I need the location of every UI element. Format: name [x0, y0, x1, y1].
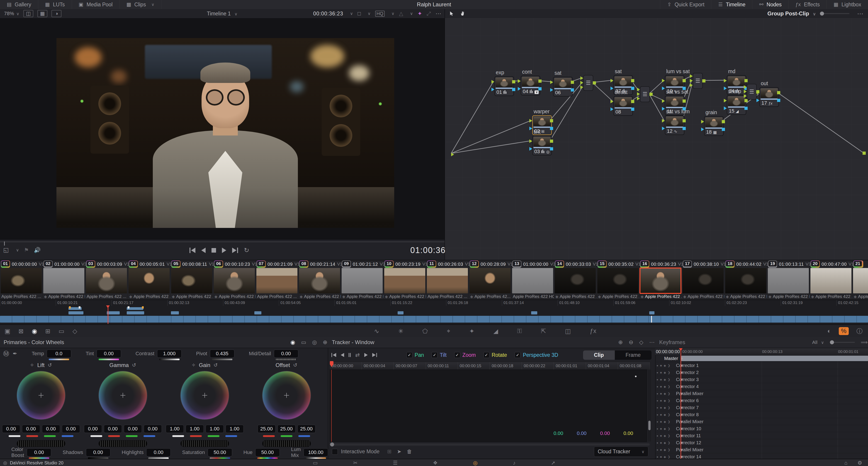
key-input-port[interactable] [492, 88, 494, 91]
wheel-value-field[interactable]: 0.00 [84, 425, 102, 433]
expand-chevron-icon[interactable]: ❯ [668, 371, 670, 374]
audio-mute-icon[interactable]: 🔊 [34, 247, 40, 253]
expand-chevron-icon[interactable]: ❯ [668, 385, 670, 388]
lock-icon[interactable]: ■ [660, 434, 662, 437]
clip-mode-button[interactable]: Clip [583, 351, 615, 360]
tracker-checkbox-perspective-3d[interactable]: ✓Perspective 3D [515, 352, 558, 358]
master-wheel[interactable] [262, 440, 311, 447]
color-wheel-disc[interactable] [262, 371, 311, 420]
track-to-end-button[interactable] [372, 353, 377, 357]
quick-export-button[interactable]: ⇪Quick Export [660, 0, 711, 9]
wheel-reset-icon[interactable]: ↺ [214, 362, 218, 368]
timeline-clip[interactable]: 1000:00:23:19V1◆Apple ProRes 422 HQ [383, 260, 426, 300]
corrector-node-03[interactable]: 03◎ [532, 136, 552, 156]
keyframe-diamond-icon[interactable]: ◆ [664, 399, 666, 402]
keyframe-diamond-icon[interactable]: ◆ [664, 441, 666, 444]
track-bidirectional-button[interactable]: ⇄ [355, 352, 360, 358]
key-icon[interactable]: ⚿ [517, 328, 522, 335]
expand-chevron-icon[interactable]: ❯ [668, 406, 670, 409]
timeline-clip[interactable]: 0500:00:08:11V1◆Apple ProRes 422 ... [170, 260, 213, 300]
split-screen-icon[interactable]: ◐ [828, 328, 831, 335]
mixer-input-port[interactable] [690, 74, 693, 78]
keyframe-track-row[interactable]: ●■◆❯Corrector 10 [655, 425, 868, 432]
key-output-port[interactable] [512, 88, 515, 91]
effects-button[interactable]: ƒxEffects [788, 0, 827, 9]
clip-thumbnail[interactable] [512, 268, 553, 293]
wheel-value-field[interactable]: 0.00 [42, 425, 60, 433]
keyframe-diamond-icon[interactable]: ◆ [664, 455, 666, 459]
lock-icon[interactable]: ■ [660, 371, 662, 374]
rgb-output-port[interactable] [777, 91, 780, 94]
enable-dot-icon[interactable]: ● [656, 434, 658, 437]
delete-point-icon[interactable]: 🗑︎ [407, 448, 412, 455]
tracker-checkbox-tilt[interactable]: ✓Tilt [432, 352, 446, 358]
node-zoom-slider[interactable] [820, 13, 849, 14]
more-options-icon[interactable]: ⋯ [435, 10, 441, 17]
param-value-field[interactable]: 0.00 [97, 350, 121, 358]
expand-chevron-icon[interactable]: ❯ [668, 378, 670, 381]
enable-dot-icon[interactable]: ● [656, 455, 658, 459]
corrector-node-08[interactable]: 08 [613, 96, 633, 116]
wheel-value-field[interactable]: 0.00 [2, 425, 20, 433]
deliver-page-button[interactable]: ➚ [551, 460, 555, 466]
key-input-port[interactable] [529, 127, 532, 130]
stabilizer-icon[interactable]: △ [399, 10, 403, 17]
wheel-value-field[interactable]: 25.00 [298, 425, 315, 433]
rgb-input-port[interactable] [611, 79, 613, 82]
clip-thumbnail[interactable] [768, 268, 809, 293]
key-input-port[interactable] [724, 106, 727, 110]
enable-dot-icon[interactable]: ● [656, 413, 658, 417]
play-reverse-button[interactable] [201, 247, 206, 253]
enable-dot-icon[interactable]: ● [656, 406, 658, 409]
lock-icon[interactable]: ■ [660, 413, 662, 417]
collapse-panel-icon[interactable]: ⟹ [861, 340, 868, 345]
timeline-clip[interactable]: 0600:00:10:23V1◆Apple ProRes 422 HQ [213, 260, 256, 300]
expand-chevron-icon[interactable]: ❯ [668, 392, 670, 395]
clip-thumbnail[interactable] [214, 268, 255, 293]
project-manager-icon[interactable]: ⌂ [844, 460, 847, 466]
timeline-clip[interactable]: 1800:00:44:02V1◆Apple ProRes 422 HQ [724, 260, 767, 300]
timeline-clip[interactable]: 0400:00:05:01V1◆Apple ProRes 422 ... [128, 260, 170, 300]
rgb-input-port[interactable] [492, 80, 494, 84]
rgb-input-port[interactable] [611, 100, 613, 103]
mixer-output-port[interactable] [649, 93, 653, 96]
keyframes-playhead[interactable] [681, 348, 681, 459]
lock-icon[interactable]: ■ [660, 420, 662, 424]
param-value-field[interactable]: 0.0 [47, 350, 71, 358]
rgb-input-port[interactable] [550, 80, 553, 84]
add-palette-icon[interactable]: ⊕ [323, 339, 327, 345]
keyframe-track-row[interactable]: ●■◆❯Parallel Mixer [655, 418, 868, 425]
expand-chevron-icon[interactable]: ❯ [668, 448, 670, 452]
color-warper-icon[interactable]: ⊞ [45, 328, 51, 335]
clip-thumbnail[interactable] [1, 268, 42, 293]
expand-chevron-icon[interactable]: ❯ [668, 364, 670, 367]
tracker-checkbox-rotate[interactable]: ✓Rotate [484, 352, 507, 358]
tracker-more-options-icon[interactable]: ⋯ [649, 339, 655, 345]
corrector-node-12[interactable]: 12∿ [665, 115, 684, 135]
timeline-minimap[interactable]: 01:00:00:0001:00:10:2101:00:21:1701:00:3… [0, 299, 868, 325]
track-pause-button[interactable] [349, 353, 351, 357]
flag-icon[interactable]: ⚑ [24, 247, 29, 253]
project-settings-gear-icon[interactable]: ⚙︎ [857, 460, 862, 466]
clip-thumbnail[interactable] [683, 268, 723, 293]
param-value-field[interactable]: 0.00 [146, 448, 171, 457]
tracker-checkbox-pan[interactable]: ✓Pan [406, 352, 424, 358]
expand-chevron-icon[interactable]: ❯ [668, 420, 670, 424]
rgb-output-port[interactable] [722, 120, 725, 123]
lock-icon[interactable]: ■ [660, 392, 662, 395]
master-wheel[interactable] [181, 440, 229, 447]
cursor-tool-icon[interactable] [448, 11, 455, 16]
scrub-bar[interactable] [0, 241, 444, 242]
key-output-port[interactable] [631, 87, 634, 90]
camera-raw-icon[interactable]: ▣ [4, 328, 10, 335]
keyframe-diamond-icon[interactable]: ◆ [664, 434, 666, 437]
wheel-value-field[interactable]: 1.00 [206, 425, 224, 433]
timeline-clip[interactable]: 0201:00:00:00V3◆Apple ProRes 422 LT [42, 260, 85, 300]
corrector-node-17[interactable]: 17ƒx [760, 87, 779, 107]
stop-button[interactable] [212, 248, 216, 253]
nodes-button[interactable]: ⚯Nodes [752, 0, 788, 9]
keyframe-track-row[interactable]: ●■◆❯Corrector 8 [655, 411, 868, 418]
master-wheel[interactable] [99, 440, 147, 447]
color-match-icon[interactable]: ⊠ [19, 328, 24, 335]
lock-icon[interactable]: ■ [660, 448, 662, 452]
